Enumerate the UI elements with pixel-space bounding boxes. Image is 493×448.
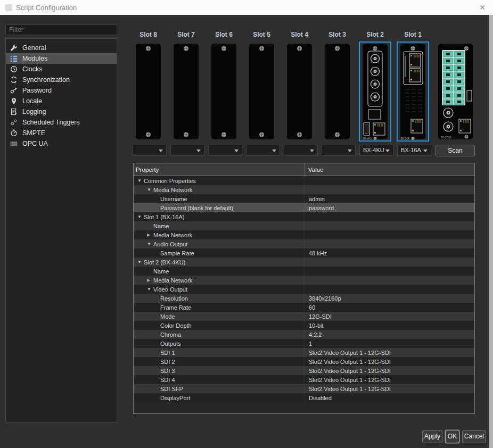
sidebar-item-modules[interactable]: Modules bbox=[6, 53, 117, 64]
table-row[interactable]: Outputs1 bbox=[134, 339, 474, 348]
table-row[interactable]: SDI SFPSlot2.Video Output 1 - 12G-SDI bbox=[134, 384, 474, 393]
slot-4-card[interactable] bbox=[284, 43, 315, 140]
slot-8-module-select[interactable] bbox=[133, 145, 167, 156]
property-label: Slot 2 (BX-4KU) bbox=[144, 259, 185, 266]
bnc-connector-icon bbox=[371, 80, 380, 88]
slot-3-label: Slot 3 bbox=[322, 31, 352, 38]
table-row[interactable]: Mode12G-SDI bbox=[134, 312, 474, 321]
table-row[interactable]: Resolution3840x2160p bbox=[134, 294, 474, 303]
sidebar-item-general[interactable]: General bbox=[6, 43, 117, 53]
filter-input[interactable] bbox=[5, 24, 117, 35]
property-label: Username bbox=[160, 196, 187, 202]
slot-8-label: Slot 8 bbox=[133, 31, 163, 38]
sidebar-item-label: SMPTE bbox=[22, 129, 45, 137]
table-row[interactable]: Name bbox=[134, 221, 474, 230]
sidebar-item-label: Clocks bbox=[22, 65, 43, 73]
frame-controller-card-bxcon1[interactable]: BX-CON1 bbox=[436, 43, 475, 140]
gears-icon bbox=[10, 119, 18, 126]
property-value: 48 kHz bbox=[309, 250, 327, 256]
table-row[interactable]: Name bbox=[134, 267, 474, 276]
sidebar-item-logging[interactable]: Logging bbox=[6, 106, 117, 117]
apply-button[interactable]: Apply bbox=[422, 430, 442, 443]
slot-3-card[interactable] bbox=[322, 43, 352, 140]
slot-1-module-select[interactable]: BX-16A bbox=[397, 145, 431, 156]
sidebar-item-locale[interactable]: Locale bbox=[6, 96, 117, 106]
table-row[interactable]: Media Network bbox=[134, 276, 474, 285]
expander-icon[interactable] bbox=[147, 278, 153, 283]
vent-grill bbox=[405, 89, 422, 112]
column-header-value[interactable]: Value bbox=[305, 163, 474, 176]
table-row[interactable]: Color Depth10-bit bbox=[134, 321, 474, 330]
slot-7-card[interactable] bbox=[171, 43, 201, 140]
table-row[interactable]: Media Network bbox=[134, 185, 474, 194]
expander-icon[interactable] bbox=[137, 178, 144, 183]
scan-button[interactable]: Scan bbox=[436, 145, 475, 156]
expander-icon[interactable] bbox=[137, 214, 144, 219]
sidebar-item-label: General bbox=[22, 44, 46, 52]
slot-8-card[interactable] bbox=[133, 43, 163, 140]
sidebar-item-label: Scheduled Triggers bbox=[22, 119, 80, 126]
slot-6-card[interactable] bbox=[209, 43, 239, 140]
table-row[interactable]: Audio Output bbox=[134, 239, 474, 248]
table-row[interactable]: SDI 1Slot2.Video Output 1 - 12G-SDI bbox=[134, 348, 474, 357]
table-row[interactable]: Video Output bbox=[134, 285, 474, 294]
table-row[interactable]: Slot 1 (BX-16A) bbox=[134, 212, 474, 221]
table-row[interactable]: Common Properties bbox=[134, 176, 474, 185]
sidebar-item-scheduled-triggers[interactable]: Scheduled Triggers bbox=[6, 117, 117, 128]
table-row[interactable]: SDI 2Slot2.Video Output 1 - 12G-SDI bbox=[134, 357, 474, 366]
sidebar-item-opc-ua[interactable]: OPC UA bbox=[6, 138, 117, 149]
screw-icon bbox=[184, 46, 188, 51]
property-table: Property Value Common Properties Media N… bbox=[133, 163, 475, 414]
table-row[interactable]: DisplayPortDisabled bbox=[134, 393, 474, 402]
screw-icon bbox=[221, 46, 226, 51]
table-row[interactable]: Chroma4:2:2 bbox=[134, 330, 474, 339]
expander-icon[interactable] bbox=[137, 260, 144, 264]
sidebar-item-password[interactable]: Password bbox=[6, 85, 117, 96]
sidebar-item-label: OPC UA bbox=[22, 140, 48, 147]
expander-icon[interactable] bbox=[147, 187, 153, 192]
property-value: 1 bbox=[309, 341, 312, 347]
property-label: Chroma bbox=[160, 331, 181, 338]
table-row[interactable]: Slot 2 (BX-4KU) bbox=[134, 258, 474, 267]
sidebar-item-synchronization[interactable]: Synchronization bbox=[6, 74, 117, 85]
log-document-icon bbox=[10, 108, 18, 115]
slot-4-module-select[interactable] bbox=[284, 145, 318, 156]
table-row[interactable]: Usernameadmin bbox=[134, 194, 474, 203]
table-row[interactable]: Frame Rate60 bbox=[134, 303, 474, 312]
table-row[interactable]: Media Network bbox=[134, 230, 474, 239]
ok-button[interactable]: OK bbox=[445, 430, 459, 443]
table-row[interactable]: SDI 3Slot2.Video Output 1 - 12G-SDI bbox=[134, 366, 474, 375]
property-value: admin bbox=[309, 196, 325, 202]
screw-icon bbox=[464, 46, 469, 51]
property-label: Video Output bbox=[153, 286, 187, 293]
slot-6-module-select[interactable] bbox=[208, 145, 242, 156]
cancel-button[interactable]: Cancel bbox=[462, 430, 486, 443]
sidebar-item-smpte[interactable]: SMPTE bbox=[6, 128, 117, 138]
table-row-selected[interactable]: Password (blank for default)password bbox=[134, 203, 474, 212]
expander-icon[interactable] bbox=[147, 287, 153, 292]
ethernet-port-icon bbox=[409, 54, 421, 67]
slot-1-card-bx16a[interactable]: BX-16A bbox=[398, 43, 428, 140]
close-icon[interactable]: ✕ bbox=[478, 3, 487, 12]
slot-5-card[interactable] bbox=[246, 43, 277, 140]
slot-5-module-select[interactable] bbox=[246, 145, 280, 156]
property-label: Slot 1 (BX-16A) bbox=[144, 214, 184, 220]
column-header-property[interactable]: Property bbox=[134, 163, 305, 176]
wrench-icon bbox=[10, 44, 18, 52]
slot-3-module-select[interactable] bbox=[322, 145, 356, 156]
property-label: Media Network bbox=[153, 232, 192, 238]
slot-2-module-select[interactable]: BX-4KU bbox=[359, 145, 393, 156]
expander-icon[interactable] bbox=[147, 233, 153, 237]
property-label: Media Network bbox=[153, 187, 192, 193]
property-label: Sample Rate bbox=[160, 250, 194, 256]
slot-7-module-select[interactable] bbox=[170, 145, 204, 156]
sidebar-item-clocks[interactable]: Clocks bbox=[6, 64, 117, 74]
table-row[interactable]: Sample Rate48 kHz bbox=[134, 248, 474, 258]
sidebar-item-label: Logging bbox=[22, 108, 46, 115]
expander-icon[interactable] bbox=[147, 242, 153, 246]
property-label: Media Network bbox=[153, 277, 192, 284]
sidebar-item-label: Modules bbox=[22, 55, 47, 62]
timer-icon bbox=[10, 129, 18, 137]
slot-2-card-bx4ku[interactable]: BX-4KU bbox=[360, 43, 390, 140]
table-row[interactable]: SDI 4Slot2.Video Output 1 - 12G-SDI bbox=[134, 375, 474, 384]
